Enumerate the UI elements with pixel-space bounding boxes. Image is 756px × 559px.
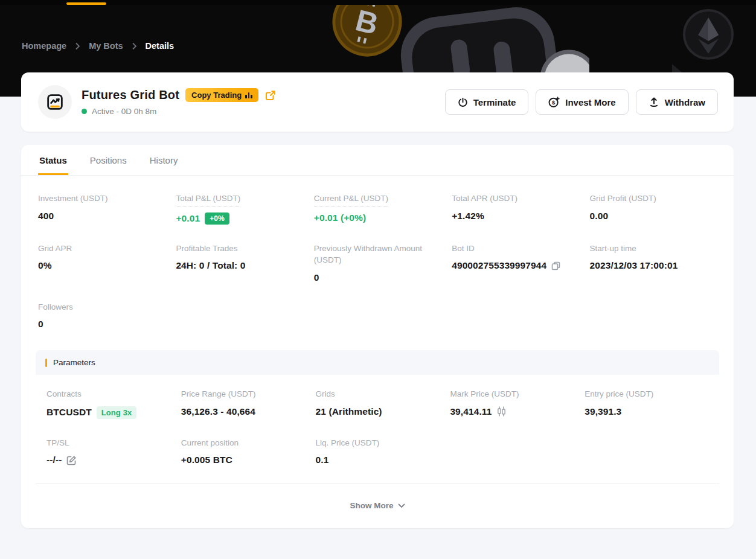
bot-header-card: Futures Grid Bot Copy Trading Active - 0… <box>21 72 734 132</box>
parameters-title: Parameters <box>53 358 95 367</box>
breadcrumb: Homepage My Bots Details <box>22 41 174 51</box>
stat-investment: Investment (USDT) 400 <box>38 193 165 225</box>
param-liq-price: Liq. Price (USDT) 0.1 <box>316 437 440 466</box>
param-value: 39,391.3 <box>585 406 708 417</box>
param-value: BTCUSDT <box>46 407 92 418</box>
stat-value: 2023/12/03 17:00:01 <box>590 260 717 271</box>
stat-label: Profitable Trades <box>176 244 237 253</box>
stat-value: +1.42% <box>452 211 578 222</box>
breadcrumb-separator-icon <box>75 42 80 50</box>
param-label: Current position <box>181 438 239 447</box>
invest-dollar-icon: $ <box>548 97 560 108</box>
stat-label-tooltip[interactable]: Current P&L (USDT) <box>314 193 388 206</box>
parameters-header: Parameters <box>36 350 719 375</box>
status-stats-grid: Investment (USDT) 400 Total P&L (USDT) +… <box>21 176 734 330</box>
param-label: TP/SL <box>46 438 69 447</box>
pnl-percent-badge: +0% <box>205 212 229 225</box>
stat-value: 0 <box>38 319 165 330</box>
param-contracts: Contracts BTCUSDT Long 3x <box>46 388 170 419</box>
bot-avatar <box>38 85 72 119</box>
param-label: Entry price (USDT) <box>585 389 653 398</box>
stat-label: Grid Profit (USDT) <box>590 194 656 203</box>
top-nav-strip <box>0 0 756 5</box>
breadcrumb-details: Details <box>146 41 175 51</box>
param-value: --/-- <box>46 455 62 465</box>
show-more-label: Show More <box>350 501 393 510</box>
stat-label: Followers <box>38 302 73 311</box>
stat-label: Start-up time <box>590 244 636 253</box>
stat-total-pnl: Total P&L (USDT) +0.01 +0% <box>176 193 303 225</box>
stat-grid-apr: Grid APR 0% <box>38 243 165 283</box>
param-value: 36,126.3 - 40,664 <box>181 406 305 417</box>
bot-title: Futures Grid Bot <box>82 88 179 102</box>
show-more-button[interactable]: Show More <box>21 501 734 510</box>
param-entry-price: Entry price (USDT) 39,391.3 <box>585 388 708 419</box>
stat-label: Investment (USDT) <box>38 194 108 203</box>
stat-label: Previously Withdrawn Amount (USDT) <box>314 244 422 265</box>
param-value: +0.005 BTC <box>181 455 305 465</box>
param-mark-price: Mark Price (USDT) 39,414.11 <box>450 388 574 419</box>
terminate-button-label: Terminate <box>473 97 516 107</box>
stat-grid-profit: Grid Profit (USDT) 0.00 <box>590 193 717 225</box>
leaderboard-bars-icon <box>245 92 252 98</box>
param-label: Price Range (USDT) <box>181 389 256 398</box>
stat-value: +0.01 (+0%) <box>314 212 441 223</box>
param-label: Contracts <box>46 389 82 398</box>
svg-text:$: $ <box>552 99 556 106</box>
bot-detail-card: Status Positions History Investment (USD… <box>21 145 734 528</box>
long-leverage-badge: Long 3x <box>97 406 137 419</box>
stat-value: 400 <box>38 211 165 222</box>
param-value: 39,414.11 <box>450 406 492 417</box>
param-current-position: Current position +0.005 BTC <box>181 437 305 466</box>
stat-label: Grid APR <box>38 244 72 253</box>
chevron-down-icon <box>398 503 405 508</box>
parameters-section: Parameters Contracts BTCUSDT Long 3x Pri… <box>36 350 719 484</box>
withdraw-button[interactable]: Withdraw <box>636 89 718 115</box>
terminate-button[interactable]: Terminate <box>445 89 529 115</box>
power-icon <box>458 97 468 107</box>
breadcrumb-homepage[interactable]: Homepage <box>22 41 66 51</box>
breadcrumb-separator-icon <box>132 42 137 50</box>
stat-bot-id: Bot ID 490002755339997944 <box>452 243 578 283</box>
param-label: Grids <box>316 389 335 398</box>
breadcrumb-my-bots[interactable]: My Bots <box>89 41 123 51</box>
param-grids: Grids 21 (Arithmetic) <box>316 388 440 419</box>
withdraw-arrow-icon <box>649 97 659 107</box>
copy-icon[interactable] <box>551 261 560 270</box>
stat-followers: Followers 0 <box>38 301 165 330</box>
tab-status[interactable]: Status <box>38 145 68 175</box>
edit-icon[interactable] <box>66 455 77 465</box>
param-price-range: Price Range (USDT) 36,126.3 - 40,664 <box>181 388 305 419</box>
copy-trading-badge-label: Copy Trading <box>191 91 242 100</box>
stat-value: 0.00 <box>590 211 717 222</box>
stat-value: 490002755339997944 <box>452 260 546 271</box>
stat-label: Bot ID <box>452 244 475 253</box>
stat-value: 0 <box>314 272 441 283</box>
stat-profitable-trades: Profitable Trades 24H: 0 / Total: 0 <box>176 243 303 283</box>
param-value: 21 (Arithmetic) <box>316 406 440 417</box>
candlestick-chart-icon[interactable] <box>496 406 507 417</box>
detail-tabs: Status Positions History <box>21 145 734 176</box>
bot-status-text: Active - 0D 0h 8m <box>92 107 156 116</box>
param-label: Liq. Price (USDT) <box>316 438 380 447</box>
stat-value: 0% <box>38 260 165 271</box>
parameters-grid: Contracts BTCUSDT Long 3x Price Range (U… <box>36 375 719 484</box>
stat-value: +0.01 <box>176 213 200 224</box>
external-link-icon[interactable] <box>264 89 277 101</box>
withdraw-button-label: Withdraw <box>665 97 705 107</box>
param-value: 0.1 <box>316 455 440 465</box>
stat-current-pnl: Current P&L (USDT) +0.01 (+0%) <box>314 193 441 225</box>
param-tpsl: TP/SL --/-- <box>46 437 170 466</box>
tab-positions[interactable]: Positions <box>89 145 128 175</box>
stat-total-apr: Total APR (USDT) +1.42% <box>452 193 578 225</box>
param-label: Mark Price (USDT) <box>450 389 519 398</box>
invest-more-button[interactable]: $ Invest More <box>536 89 628 115</box>
stat-label-tooltip[interactable]: Total P&L (USDT) <box>176 193 240 206</box>
active-status-dot <box>82 109 87 114</box>
tab-history[interactable]: History <box>149 145 179 175</box>
copy-trading-badge[interactable]: Copy Trading <box>185 88 258 102</box>
stat-label: Total APR (USDT) <box>452 194 517 203</box>
section-accent-bar <box>45 359 47 367</box>
grid-bot-icon <box>45 92 65 112</box>
stat-startup-time: Start-up time 2023/12/03 17:00:01 <box>590 243 717 283</box>
